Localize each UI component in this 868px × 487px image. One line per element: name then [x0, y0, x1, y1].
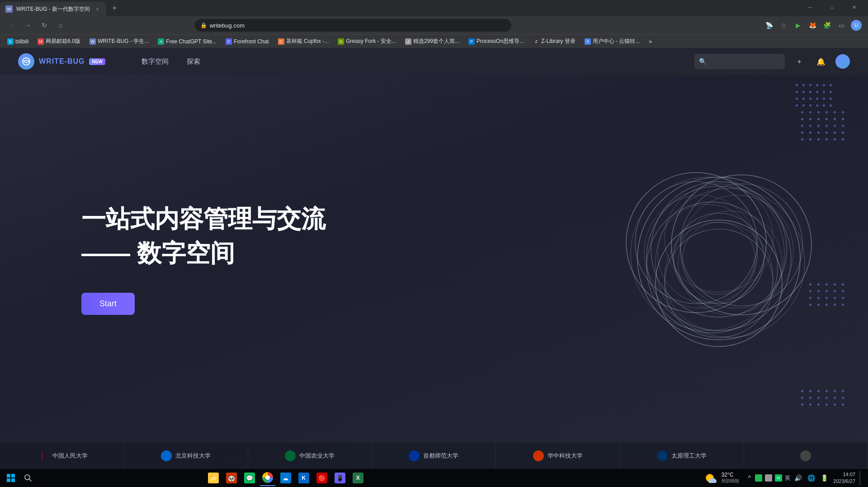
svg-point-16 [678, 211, 782, 315]
tab-title: WRITE-BUG - 新一代数字空间 [16, 5, 90, 13]
plus-button[interactable]: ＋ [792, 54, 807, 69]
hero-title: 一站式内容管理与交流 —— 数字空间 [81, 202, 326, 270]
tray-green-icon[interactable] [755, 474, 762, 482]
bjkj-name: 北京科技大学 [175, 452, 211, 460]
show-desktop-button[interactable] [859, 471, 861, 485]
user-avatar[interactable] [835, 54, 850, 69]
uni-bjkj[interactable]: 北京科技大学 [124, 442, 248, 469]
bookmark-cupfox[interactable]: C 茶杯狐 Cupfox -... [274, 37, 333, 46]
weather-condition: 局部晴朗 [721, 478, 739, 484]
forward-button[interactable]: → [22, 19, 34, 32]
tray-wechat[interactable]: W [775, 474, 782, 482]
clock-time: 14:07 [843, 471, 855, 478]
nav-right: 🔍 ＋ 🔔 [694, 54, 850, 69]
address-input[interactable]: 🔒 writebug.com [195, 19, 511, 32]
refresh-button[interactable]: ↻ [38, 19, 51, 32]
svg-point-18 [680, 195, 793, 308]
site-nav: WRITE-BUG NEW 数字空间 探索 🔍 ＋ 🔔 [0, 48, 868, 75]
network-icon[interactable]: 🌐 [806, 474, 816, 482]
taskbar-kde[interactable]: K [296, 470, 312, 486]
logo-text: WRITE-BUG [39, 57, 85, 66]
cupfox-favicon: C [278, 38, 284, 45]
bookmark-email[interactable]: M 网易邮箱6.0版 [34, 37, 84, 46]
nav-digital-space[interactable]: 数字空间 [142, 57, 169, 66]
dot-grid-mr [809, 283, 845, 306]
search-box[interactable]: 🔍 [694, 54, 785, 69]
extension-button[interactable]: 🦊 [807, 19, 819, 32]
battery-icon[interactable]: 🔋 [819, 474, 830, 482]
uni-renmin[interactable]: | 中国人民大学 [0, 442, 124, 469]
taskbar-wechat[interactable]: 💬 [241, 470, 258, 486]
taskbar-clock[interactable]: 14:07 2023/6/27 [833, 471, 855, 485]
address-text: writebug.com [210, 22, 506, 29]
greasyfork-favicon: G [338, 38, 344, 45]
bookmark-processon[interactable]: P ProcessOn思维导... [465, 37, 528, 46]
agri-name: 中国农业大学 [299, 452, 335, 460]
panda-icon: 🐼 [226, 473, 237, 483]
bookmark-star-button[interactable]: ☆ [778, 19, 790, 32]
bookmark-forefront[interactable]: F Forefront Chat [222, 37, 272, 46]
minimize-button[interactable]: ─ [800, 0, 820, 14]
dot-grid-top-right [796, 84, 832, 107]
bookmark-more[interactable]: » [645, 37, 656, 46]
extensions-button[interactable]: 🧩 [821, 19, 834, 32]
play-button[interactable]: ▶ [792, 19, 805, 32]
close-button[interactable]: ✕ [844, 0, 864, 14]
cloud-icon: ☁ [280, 473, 291, 483]
uni-cnu[interactable]: 首都师范大学 [372, 442, 496, 469]
email-favicon: M [38, 38, 44, 45]
bell-button[interactable]: 🔔 [814, 54, 828, 69]
tray-chevron[interactable]: ^ [746, 474, 752, 482]
sidebar-button[interactable]: ▭ [835, 19, 848, 32]
new-tab-button[interactable]: + [108, 2, 121, 14]
lang-indicator[interactable]: 英 [785, 474, 790, 482]
start-button[interactable]: Start [81, 293, 135, 315]
taskbar-phone-app[interactable]: 📱 [332, 470, 348, 486]
bjkj-icon [161, 450, 172, 461]
hust-name: 华中科技大学 [547, 452, 583, 460]
tab-close-button[interactable]: × [94, 5, 101, 13]
address-bar: ← → ↻ ⌂ 🔒 writebug.com 📡 ☆ ▶ 🦊 🧩 ▭ U [0, 16, 868, 34]
lock-icon: 🔒 [200, 22, 207, 28]
nav-links: 数字空间 探索 [142, 57, 200, 66]
bookmark-zlibrary[interactable]: Z Z-Library 登录 [529, 37, 579, 46]
logo-area[interactable]: WRITE-BUG NEW [18, 53, 105, 70]
back-button[interactable]: ← [5, 19, 18, 32]
bookmark-greasyfork[interactable]: G Greasy Fork - 安全... [334, 37, 400, 46]
tray-icons: ^ W 英 🔊 🌐 🔋 [746, 474, 830, 482]
bookmark-chatgpt[interactable]: A Free ChatGPT Site... [154, 37, 220, 46]
uni-hust[interactable]: 华中科技大学 [496, 442, 620, 469]
cast-button[interactable]: 📡 [763, 19, 776, 32]
profile-button[interactable]: U [850, 19, 863, 32]
bookmark-user-center[interactable]: Y 用户中心 - 云猫转... [581, 37, 644, 46]
renmin-name: 中国人民大学 [52, 452, 88, 460]
page-content: WRITE-BUG NEW 数字空间 探索 🔍 ＋ 🔔 [0, 48, 868, 469]
uni-more[interactable] [744, 442, 868, 469]
bookmark-bilibili[interactable]: b bilibili [4, 37, 32, 46]
uni-agri[interactable]: 中国农业大学 [248, 442, 372, 469]
taskbar-app-panda[interactable]: 🐼 [223, 470, 240, 486]
volume-icon[interactable]: 🔊 [793, 474, 803, 482]
maximize-button[interactable]: □ [822, 0, 842, 14]
taskbar-chrome[interactable] [259, 470, 276, 486]
taskbar-weather[interactable]: 32°C 局部晴朗 [702, 472, 743, 484]
home-button[interactable]: ⌂ [54, 19, 67, 32]
taskbar-red-app[interactable]: 🔴 [314, 470, 330, 486]
bookmark-resume[interactable]: J 精选299套个人简... [401, 37, 463, 46]
active-tab[interactable]: W WRITE-BUG - 新一代数字空间 × [0, 2, 106, 16]
svg-point-3 [626, 173, 766, 313]
taskbar-file-explorer[interactable]: 📁 [205, 470, 222, 486]
taskbar-cloud[interactable]: ☁ [278, 470, 294, 486]
uni-tyut[interactable]: 太原理工大学 [620, 442, 744, 469]
taskbar-excel[interactable]: X [350, 470, 366, 486]
university-bar: | 中国人民大学 北京科技大学 中国农业大学 首都师范大学 华中科技大学 太原理… [0, 442, 868, 469]
bilibili-favicon: b [7, 38, 14, 45]
nav-explore[interactable]: 探索 [187, 57, 200, 66]
taskbar-search-button[interactable] [20, 471, 36, 485]
email-label: 网易邮箱6.0版 [46, 37, 80, 45]
start-menu-button[interactable] [4, 471, 18, 485]
tray-gray-icon[interactable] [765, 474, 772, 482]
toolbar-right: 📡 ☆ ▶ 🦊 🧩 ▭ U [763, 19, 863, 32]
bookmark-writebug[interactable]: W WRITE-BUG - 学生... [86, 37, 152, 46]
cnu-icon [409, 450, 420, 461]
